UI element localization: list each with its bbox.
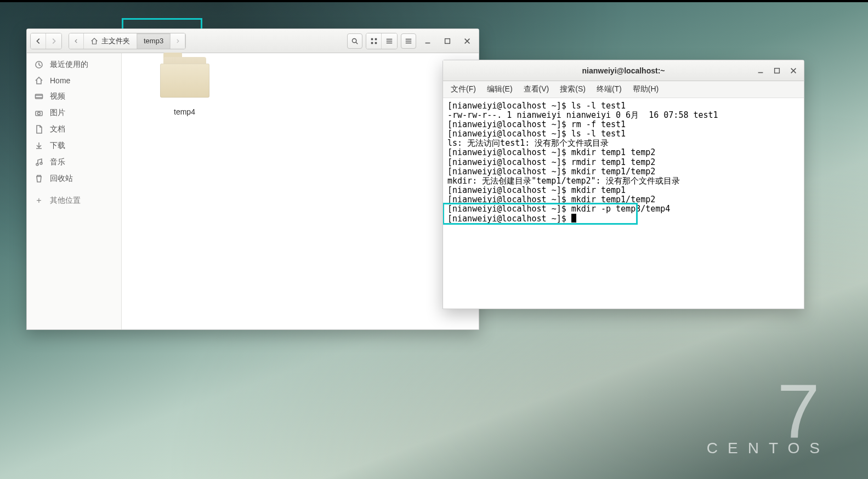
terminal-line: [nianweiyi@localhost ~]$ mkdir temp1/tem… — [447, 167, 655, 176]
sidebar-item-label: Home — [50, 76, 70, 85]
document-icon — [35, 125, 43, 134]
camera-icon — [35, 109, 43, 117]
clock-icon — [35, 60, 43, 69]
download-icon — [35, 141, 43, 150]
grid-icon — [370, 37, 378, 45]
svg-point-11 — [40, 162, 42, 164]
path-home[interactable]: 主文件夹 — [84, 33, 137, 49]
menu-terminal[interactable]: 终端(T) — [591, 81, 627, 98]
view-mode-group — [366, 33, 398, 49]
terminal-line: [nianweiyi@localhost ~]$ ls -l test1 — [447, 129, 626, 139]
path-home-label: 主文件夹 — [101, 36, 130, 46]
terminal-output[interactable]: [nianweiyi@localhost ~]$ ls -l test1 -rw… — [443, 98, 804, 309]
sidebar-item-home[interactable]: Home — [27, 73, 121, 88]
window-minimize-button[interactable] — [752, 62, 769, 79]
folder-label: temp4 — [147, 107, 222, 116]
hamburger-icon — [405, 37, 412, 45]
terminal-menubar: 文件(F) 编辑(E) 查看(V) 搜索(S) 终端(T) 帮助(H) — [443, 81, 804, 98]
terminal-line: mkdir: 无法创建目录"temp1/temp2": 没有那个文件或目录 — [447, 176, 680, 186]
terminal-line: [nianweiyi@localhost ~]$ rmdir temp1 tem… — [447, 157, 655, 167]
sidebar-item-downloads[interactable]: 下载 — [27, 138, 121, 154]
sidebar-item-label: 视频 — [50, 92, 65, 101]
terminal-line: [nianweiyi@localhost ~]$ mkdir temp1/tem… — [447, 195, 655, 204]
home-icon — [90, 37, 98, 45]
sidebar-item-other-locations[interactable]: + 其他位置 — [27, 192, 121, 209]
video-icon — [35, 92, 43, 101]
svg-rect-2 — [375, 38, 377, 40]
menu-view[interactable]: 查看(V) — [518, 81, 555, 98]
gnome-topbar — [0, 0, 868, 2]
file-manager-titlebar: 主文件夹 temp3 — [27, 29, 479, 53]
search-button[interactable] — [347, 33, 362, 49]
sidebar-item-label: 其他位置 — [50, 196, 81, 206]
folder-icon — [160, 57, 209, 100]
centos-brand: 7 CENTOS — [707, 373, 830, 457]
sidebar-item-pictures[interactable]: 图片 — [27, 105, 121, 121]
hamburger-menu-button[interactable] — [401, 33, 416, 49]
path-prev-button[interactable] — [69, 33, 84, 49]
svg-point-0 — [352, 38, 356, 42]
terminal-line: -rw-rw-r--. 1 nianweiyi nianweiyi 0 6月 1… — [447, 110, 718, 120]
window-close-button[interactable] — [459, 33, 475, 49]
terminal-prompt: [nianweiyi@localhost ~]$ — [447, 214, 571, 224]
nav-back-button[interactable] — [31, 33, 46, 49]
sidebar-item-label: 下载 — [50, 141, 65, 151]
terminal-line: [nianweiyi@localhost ~]$ ls -l test1 — [447, 101, 626, 111]
path-current[interactable]: temp3 — [137, 33, 171, 49]
svg-point-9 — [38, 112, 41, 115]
path-bar: 主文件夹 temp3 — [69, 33, 186, 49]
sidebar-item-music[interactable]: 音乐 — [27, 154, 121, 170]
centos-name: CENTOS — [707, 440, 830, 457]
svg-point-10 — [36, 163, 38, 166]
search-icon — [351, 37, 359, 45]
minimize-icon — [424, 37, 432, 45]
sidebar-item-label: 最近使用的 — [50, 60, 88, 70]
window-minimize-button[interactable] — [419, 33, 436, 49]
sidebar-item-trash[interactable]: 回收站 — [27, 170, 121, 187]
window-maximize-button[interactable] — [769, 62, 785, 79]
file-manager-window: 主文件夹 temp3 — [26, 28, 479, 330]
terminal-line: [nianweiyi@localhost ~]$ mkdir temp1 — [447, 185, 626, 195]
view-list-button[interactable] — [382, 33, 397, 49]
desktop: 主文件夹 temp3 — [0, 0, 868, 479]
sidebar-item-label: 音乐 — [50, 157, 65, 167]
sidebar-item-label: 图片 — [50, 108, 65, 118]
sidebar-item-recent[interactable]: 最近使用的 — [27, 56, 121, 73]
svg-rect-1 — [371, 38, 373, 40]
window-close-button[interactable] — [785, 62, 802, 79]
path-next-button[interactable] — [171, 33, 185, 49]
menu-edit[interactable]: 编辑(E) — [481, 81, 518, 98]
terminal-window: nianweiyi@localhost:~ 文件(F) 编辑(E) 查看(V) … — [442, 60, 804, 309]
close-icon — [463, 37, 471, 45]
nav-forward-button[interactable] — [46, 33, 61, 49]
svg-rect-12 — [775, 69, 780, 73]
trash-icon — [35, 174, 43, 183]
sidebar-item-videos[interactable]: 视频 — [27, 88, 121, 105]
sidebar-item-label: 回收站 — [50, 174, 73, 184]
list-icon — [385, 37, 393, 45]
plus-icon: + — [35, 196, 43, 206]
menu-file[interactable]: 文件(F) — [445, 81, 481, 98]
music-icon — [35, 158, 43, 167]
terminal-line: [nianweiyi@localhost ~]$ rm -f test1 — [447, 119, 626, 129]
path-current-label: temp3 — [144, 37, 163, 45]
terminal-title: nianweiyi@localhost:~ — [582, 66, 665, 75]
menu-help[interactable]: 帮助(H) — [627, 81, 664, 98]
svg-rect-7 — [36, 94, 43, 99]
view-grid-button[interactable] — [366, 33, 382, 49]
file-manager-body: 最近使用的 Home 视频 图片 文档 — [27, 53, 479, 329]
sidebar-item-documents[interactable]: 文档 — [27, 121, 121, 138]
centos-version: 7 — [707, 373, 830, 449]
nav-back-forward — [30, 33, 62, 49]
terminal-titlebar: nianweiyi@localhost:~ — [443, 60, 804, 81]
terminal-line: ls: 无法访问test1: 没有那个文件或目录 — [447, 138, 609, 148]
svg-rect-3 — [371, 42, 373, 44]
maximize-icon — [444, 37, 451, 45]
folder-temp4[interactable]: temp4 — [147, 57, 222, 116]
file-view[interactable]: temp4 — [122, 53, 479, 329]
home-icon — [35, 76, 43, 85]
window-maximize-button[interactable] — [439, 33, 456, 49]
terminal-cursor — [571, 214, 576, 223]
menu-search[interactable]: 搜索(S) — [554, 81, 591, 98]
sidebar-item-label: 文档 — [50, 124, 65, 134]
